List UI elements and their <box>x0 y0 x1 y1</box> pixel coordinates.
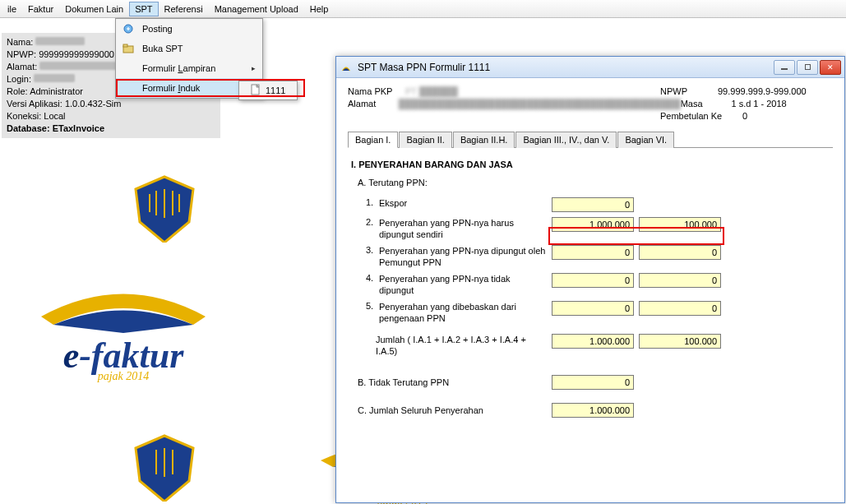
menu-help[interactable]: Help <box>304 2 335 16</box>
spt-form-window: SPT Masa PPN Formulir 1111 ✕ Nama PKP PT… <box>335 56 845 503</box>
menu-buka-spt-label: Buka SPT <box>142 44 256 53</box>
field-b[interactable] <box>552 375 634 390</box>
field-bebas-b[interactable] <box>639 301 721 316</box>
hdr-npwp-label: NPWP <box>660 86 718 96</box>
row-ekspor: 1. Ekspor <box>366 197 830 212</box>
section-title: I. PENYERAHAN BARANG DAN JASA <box>351 160 830 169</box>
blur-login <box>34 74 75 82</box>
row-b: B. Tidak Terutang PPN <box>351 375 830 390</box>
hdr-nama-value: PT ██████ <box>405 86 660 96</box>
titlebar: SPT Masa PPN Formulir 1111 ✕ <box>336 57 844 78</box>
menu-formulir-lampiran-label: Formulir Lampiran <box>142 63 247 73</box>
row-dipungut-sendiri: 2. Penyerahan yang PPN-nya harus dipungu… <box>366 217 830 240</box>
subsection-a-label: A. Terutang PPN: <box>358 178 830 187</box>
app-icon <box>340 61 353 74</box>
blank-icon <box>119 81 137 95</box>
row-jumlah: Jumlah ( I.A.1 + I.A.2 + I.A.3 + I.A.4 +… <box>366 334 830 357</box>
tab-bagian-2h[interactable]: Bagian II.H. <box>453 132 515 148</box>
field-jumlah-b[interactable] <box>639 334 721 349</box>
folder-icon <box>119 42 137 55</box>
menu-formulir-induk-label: Formulir Induk <box>142 83 247 93</box>
field-bebas-a[interactable] <box>552 301 634 316</box>
document-icon <box>251 84 261 97</box>
menu-buka-spt[interactable]: Buka SPT <box>116 39 262 58</box>
posting-icon <box>119 22 137 35</box>
tab-bagian-6[interactable]: Bagian VI. <box>617 132 674 148</box>
blur-nama <box>35 37 85 45</box>
field-jumlah-a[interactable] <box>552 334 634 349</box>
hdr-masa-value: 1 s.d 1 - 2018 <box>731 99 833 109</box>
close-button[interactable]: ✕ <box>820 60 841 75</box>
field-sendiri-a[interactable] <box>552 217 634 232</box>
hdr-pembetulan-value: 0 <box>742 111 833 121</box>
minimize-button[interactable] <box>774 60 795 75</box>
bg-logo-2: e-faktur pajak 2014 <box>8 275 238 383</box>
menu-file[interactable]: ile <box>2 2 22 16</box>
tabs: Bagian I. Bagian II. Bagian II.H. Bagian… <box>348 131 833 148</box>
hdr-nama-label: Nama PKP <box>348 86 405 96</box>
hdr-alamat-label: Alamat <box>348 99 399 109</box>
menu-referensi[interactable]: Referensi <box>159 2 209 16</box>
field-tidak-a[interactable] <box>552 273 634 288</box>
hdr-npwp-value: 99.999.999.9-999.000 <box>718 86 833 96</box>
menu-faktur[interactable]: Faktur <box>22 2 59 16</box>
blank-icon <box>119 62 137 75</box>
menu-management-upload[interactable]: Management Upload <box>209 2 304 16</box>
row-tidak-dipungut: 4. Penyerahan yang PPN-nya tidak dipungu… <box>366 273 830 296</box>
hdr-masa-label: Masa <box>681 99 732 109</box>
menu-formulir-lampiran[interactable]: Formulir Lampiran ▸ <box>116 58 262 78</box>
chevron-right-icon: ▸ <box>252 64 256 72</box>
menu-dokumen-lain[interactable]: Dokumen Lain <box>59 2 129 16</box>
field-pemungut-a[interactable] <box>552 245 634 260</box>
field-sendiri-b[interactable] <box>639 217 721 232</box>
hdr-alamat-value: ████████████████████████████████████████… <box>399 99 681 109</box>
submenu-1111-label: 1111 <box>266 86 285 95</box>
bg-logo-3 <box>49 432 280 504</box>
row-pemungut: 3. Penyerahan yang PPN-nya dipungut oleh… <box>366 245 830 268</box>
maximize-button[interactable] <box>797 60 818 75</box>
menu-posting[interactable]: Posting <box>116 19 262 39</box>
window-title: SPT Masa PPN Formulir 1111 <box>358 62 772 73</box>
field-c[interactable] <box>552 403 634 418</box>
bg-logo-1 <box>49 173 280 247</box>
tab-bagian-345[interactable]: Bagian III., IV., dan V. <box>515 132 617 148</box>
field-tidak-b[interactable] <box>639 273 721 288</box>
menu-posting-label: Posting <box>142 24 256 34</box>
field-ekspor-a[interactable] <box>552 197 634 212</box>
hdr-pembetulan-label: Pembetulan Ke <box>660 111 742 121</box>
tab-bagian-2[interactable]: Bagian II. <box>399 132 451 148</box>
svg-rect-2 <box>123 44 127 47</box>
menu-spt[interactable]: SPT <box>129 2 158 16</box>
field-pemungut-b[interactable] <box>639 245 721 260</box>
formulir-induk-submenu[interactable]: 1111 <box>238 81 298 100</box>
row-dibebaskan: 5. Penyerahan yang dibebaskan dari penge… <box>366 301 830 324</box>
row-c: C. Jumlah Seluruh Penyerahan <box>351 403 830 418</box>
tab-bagian-1[interactable]: Bagian I. <box>348 132 398 148</box>
menubar: ile Faktur Dokumen Lain SPT Referensi Ma… <box>0 0 846 18</box>
